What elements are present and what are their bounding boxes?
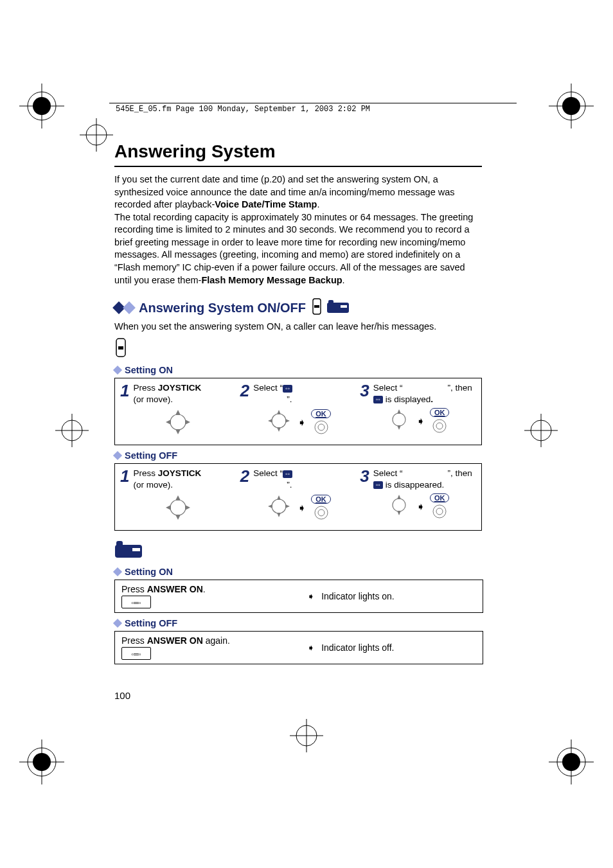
step-3: 3 Select “”, then ◦◦ is displayed. ➧ OK bbox=[360, 382, 476, 439]
arrow-right-icon: ➧ bbox=[307, 591, 315, 601]
base-table: Press ANSWER ON again. ◦═◦ ➧ Indicator l… bbox=[114, 631, 483, 664]
tape-icon: ◦◦ bbox=[283, 470, 292, 478]
step-number: 3 bbox=[360, 382, 369, 399]
svg-marker-49 bbox=[397, 425, 401, 430]
page: 545E_E_05.fm Page 100 Monday, September … bbox=[0, 0, 613, 868]
svg-marker-43 bbox=[268, 419, 272, 423]
answer-on-button-icon: ◦═◦ bbox=[121, 596, 151, 608]
svg-point-46 bbox=[318, 424, 324, 430]
table-row: Press ANSWER ON. ◦═◦ ➧ Indicator lights … bbox=[115, 580, 483, 612]
svg-point-64 bbox=[393, 499, 405, 511]
svg-point-52 bbox=[170, 500, 186, 515]
page-title: Answering System bbox=[114, 141, 482, 167]
svg-marker-58 bbox=[277, 495, 281, 500]
bold-text: Voice Date/Time Stamp bbox=[215, 199, 317, 209]
arrow-right-icon: ➧ bbox=[416, 500, 425, 513]
svg-point-40 bbox=[272, 414, 286, 428]
registration-mark-icon bbox=[549, 740, 594, 784]
subheading-setting-on: Setting ON bbox=[114, 567, 482, 577]
joystick-icon bbox=[265, 407, 292, 437]
indicator-text: Indicator lights off. bbox=[321, 642, 394, 653]
svg-marker-48 bbox=[397, 409, 401, 414]
svg-point-62 bbox=[315, 506, 328, 519]
section-heading: Answering System ON/OFF bbox=[114, 298, 482, 317]
step-text: Select “”, then ◦◦ is displayed. bbox=[373, 382, 476, 405]
step-number: 2 bbox=[240, 382, 249, 399]
base-unit-icon bbox=[326, 299, 350, 317]
subhead-label: Setting ON bbox=[125, 567, 173, 577]
page-content: Answering System If you set the current … bbox=[114, 141, 482, 664]
svg-point-57 bbox=[272, 499, 286, 513]
subheading-setting-on: Setting ON bbox=[114, 365, 482, 375]
registration-mark-icon bbox=[549, 84, 594, 128]
instruction-text: Press ANSWER ON. bbox=[121, 584, 206, 594]
step-2: 2 Select “◦◦”. ➧ OK bbox=[240, 468, 357, 525]
step-3: 3 Select “”, then ◦◦ is disappeared. ➧ O… bbox=[360, 468, 476, 525]
svg-point-51 bbox=[436, 423, 443, 429]
svg-marker-41 bbox=[277, 410, 281, 414]
step-number: 1 bbox=[120, 382, 129, 399]
diamond-icon bbox=[113, 619, 122, 628]
ok-button-group: OK bbox=[311, 495, 331, 520]
subhead-label: Setting ON bbox=[125, 365, 173, 375]
svg-marker-65 bbox=[397, 495, 401, 499]
step-number: 1 bbox=[120, 468, 129, 484]
step-text: Press JOYSTICK(or move). bbox=[133, 382, 201, 405]
joystick-icon bbox=[163, 493, 193, 525]
svg-marker-54 bbox=[175, 515, 181, 520]
step-text: Select “”, then ◦◦ is disappeared. bbox=[373, 468, 476, 490]
ok-button-group: OK bbox=[430, 493, 450, 519]
svg-marker-39 bbox=[185, 420, 190, 425]
indicator-text: Indicator lights on. bbox=[321, 591, 395, 601]
base-table: Press ANSWER ON. ◦═◦ ➧ Indicator lights … bbox=[114, 580, 483, 613]
subheading-setting-off: Setting OFF bbox=[114, 450, 482, 461]
subhead-label: Setting OFF bbox=[125, 450, 177, 461]
joystick-icon bbox=[265, 493, 292, 522]
svg-marker-59 bbox=[277, 513, 281, 517]
svg-point-68 bbox=[436, 508, 443, 515]
press-button-icon bbox=[431, 418, 449, 434]
svg-marker-53 bbox=[175, 495, 181, 500]
press-button-icon bbox=[431, 504, 449, 519]
svg-marker-60 bbox=[268, 504, 272, 508]
step-text: Select “◦◦”. bbox=[253, 382, 292, 405]
subheading-setting-off: Setting OFF bbox=[114, 618, 482, 628]
subhead-label: Setting OFF bbox=[125, 618, 177, 628]
section-subtext: When you set the answering system ON, a … bbox=[114, 321, 482, 332]
step-1: 1 Press JOYSTICK(or move). bbox=[120, 382, 236, 439]
page-number: 100 bbox=[114, 690, 130, 701]
diamond-bullet-icon bbox=[114, 303, 134, 312]
text: . bbox=[342, 275, 345, 285]
ok-button-group: OK bbox=[430, 408, 450, 434]
press-button-icon bbox=[312, 420, 330, 435]
text: . bbox=[317, 199, 319, 209]
svg-point-47 bbox=[393, 413, 405, 426]
joystick-icon bbox=[387, 493, 411, 520]
diamond-icon bbox=[113, 567, 122, 576]
table-row: Press ANSWER ON again. ◦═◦ ➧ Indicator l… bbox=[115, 632, 483, 664]
ok-pill: OK bbox=[311, 495, 331, 504]
steps-box: 1 Press JOYSTICK(or move). 2 Select “◦◦”… bbox=[114, 378, 482, 445]
step-text: Select “◦◦”. bbox=[253, 468, 292, 490]
base-unit-icon bbox=[114, 540, 482, 562]
joystick-icon bbox=[387, 407, 411, 434]
answer-on-button-icon: ◦═◦ bbox=[121, 647, 151, 660]
registration-mark-icon bbox=[19, 740, 64, 784]
ok-pill: OK bbox=[311, 409, 331, 418]
instruction-text: Press ANSWER ON again. bbox=[121, 635, 230, 646]
intro-paragraph-1: If you set the current date and time (p.… bbox=[114, 173, 482, 287]
section-title: Answering System ON/OFF bbox=[139, 301, 306, 315]
crosshair-icon bbox=[53, 411, 91, 450]
step-text: Press JOYSTICK(or move). bbox=[133, 468, 201, 490]
bold-text: Flash Memory Message Backup bbox=[201, 275, 342, 285]
arrow-right-icon: ➧ bbox=[307, 642, 315, 653]
svg-marker-56 bbox=[185, 505, 190, 510]
svg-point-45 bbox=[315, 421, 328, 434]
svg-point-35 bbox=[170, 414, 186, 430]
tape-icon: ◦◦ bbox=[373, 481, 383, 489]
handset-icon bbox=[311, 298, 323, 317]
file-header-text: 545E_E_05.fm Page 100 Monday, September … bbox=[116, 105, 370, 114]
crosshair-icon bbox=[77, 116, 116, 154]
tape-icon: ◦◦ bbox=[283, 385, 292, 393]
arrow-right-icon: ➧ bbox=[416, 415, 425, 427]
